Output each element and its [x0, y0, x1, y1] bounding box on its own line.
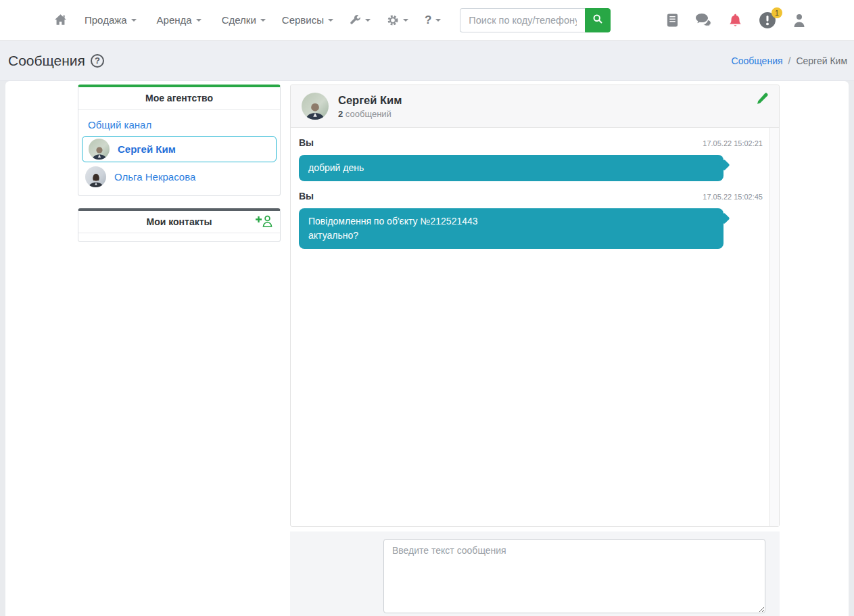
user-icon[interactable] — [793, 14, 805, 27]
alert-icon[interactable]: 1 — [759, 11, 776, 29]
help-icon: ? — [425, 14, 431, 27]
breadcrumb-separator: / — [788, 55, 791, 66]
message-text-prefix: Повідомлення по об'єкту — [308, 216, 420, 227]
menu-deals[interactable]: Сделки — [222, 14, 266, 26]
help-circle-icon[interactable]: ? — [91, 54, 104, 68]
content-panel: Мое агентство Общий канал Сергей Ким Оль… — [5, 81, 849, 616]
contacts-panel-body — [78, 233, 280, 241]
breadcrumb: Сообщения / Сергей Ким — [732, 55, 847, 66]
message-meta: Вы 17.05.22 15:02:21 — [299, 137, 763, 148]
chevron-down-icon — [365, 19, 371, 22]
home-icon[interactable] — [54, 14, 67, 26]
message-text: Повідомлення по об'єкту №212521443 — [308, 214, 714, 229]
sidebar-item-sergey-kim[interactable]: Сергей Ким — [82, 136, 277, 162]
menu-rent-label: Аренда — [157, 14, 192, 26]
search-group — [460, 8, 611, 32]
journal-icon[interactable] — [667, 14, 678, 27]
chevron-down-icon — [435, 19, 441, 22]
sidebar-item-label: Сергей Ким — [118, 143, 176, 155]
sidebar-item-general-channel[interactable]: Общий канал — [78, 114, 280, 135]
contacts-panel: Мои контакты — [78, 208, 281, 242]
message-input[interactable] — [383, 539, 765, 613]
navbar-right-icons: 1 — [667, 11, 805, 29]
chevron-down-icon — [328, 19, 333, 22]
search-icon — [592, 14, 603, 26]
message: Вы 17.05.22 15:02:21 добрий день — [299, 137, 763, 181]
chats-icon[interactable] — [695, 13, 712, 27]
menu-rent[interactable]: Аренда — [157, 14, 201, 26]
message-timestamp: 17.05.22 15:02:21 — [703, 139, 763, 147]
page-title-text: Сообщения — [8, 53, 85, 69]
search-button[interactable] — [585, 8, 611, 32]
contacts-panel-header: Мои контакты — [78, 211, 280, 233]
chat-scrollbar[interactable] — [770, 128, 779, 526]
composer-area — [290, 531, 780, 616]
message-bubble: добрий день — [299, 155, 723, 181]
chevron-down-icon — [260, 19, 266, 22]
menu-sales-label: Продажа — [85, 14, 127, 26]
agency-panel-title: Мое агентство — [78, 87, 280, 110]
breadcrumb-messages-link[interactable]: Сообщения — [732, 55, 783, 66]
contacts-panel-title: Мои контакты — [146, 216, 212, 227]
menu-help[interactable]: ? — [425, 14, 441, 27]
menu-deals-label: Сделки — [222, 14, 256, 26]
menu-sales[interactable]: Продажа — [85, 14, 137, 26]
pencil-icon[interactable] — [755, 93, 768, 108]
message-text: добрий день — [308, 161, 714, 175]
breadcrumb-current: Сергей Ким — [796, 55, 847, 66]
chat-header-info: Сергей Ким 2 сообщений — [338, 94, 402, 119]
menu-tools[interactable] — [350, 14, 371, 26]
top-navbar: Продажа Аренда Сделки Сервисы ? — [0, 0, 854, 41]
chevron-down-icon — [403, 19, 408, 22]
chat-panel: Сергей Ким 2 сообщений Вы 17.05.22 15:02… — [290, 85, 780, 527]
object-number-link[interactable]: №212521443 — [420, 216, 477, 227]
page-header-band: Сообщения ? Сообщения / Сергей Ким — [0, 41, 854, 81]
message-meta: Вы 17.05.22 15:02:45 — [299, 191, 763, 202]
sidebar: Мое агентство Общий канал Сергей Ким Оль… — [78, 85, 281, 616]
chat-avatar — [302, 93, 329, 120]
message-author: Вы — [299, 191, 314, 202]
chat-body: Вы 17.05.22 15:02:21 добрий день Вы 17.0… — [291, 128, 779, 526]
chat-column: Сергей Ким 2 сообщений Вы 17.05.22 15:02… — [290, 85, 780, 616]
chevron-down-icon — [131, 19, 137, 22]
chat-message-count-suffix: сообщений — [343, 109, 392, 119]
chat-contact-name: Сергей Ким — [338, 94, 402, 107]
bell-icon[interactable] — [729, 13, 742, 28]
page-title: Сообщения ? — [8, 53, 104, 69]
chat-header: Сергей Ким 2 сообщений — [291, 85, 779, 128]
sidebar-item-label: Ольга Некрасова — [114, 171, 195, 183]
agency-panel-body: Общий канал Сергей Ким Ольга Некрасова — [78, 110, 280, 195]
agency-panel: Мое агентство Общий канал Сергей Ким Оль… — [78, 85, 281, 196]
sidebar-item-olga-nekrasova[interactable]: Ольга Некрасова — [78, 164, 280, 190]
gear-icon — [387, 14, 399, 26]
chevron-down-icon — [196, 19, 201, 22]
message-bubble: Повідомлення по об'єкту №212521443 актуа… — [299, 208, 723, 249]
wrench-icon — [350, 14, 361, 26]
avatar — [85, 166, 106, 187]
add-contact-icon[interactable] — [256, 215, 273, 227]
menu-services-label: Сервисы — [282, 14, 324, 26]
menu-services[interactable]: Сервисы — [282, 14, 333, 26]
message-text-line2: актуально? — [308, 229, 714, 243]
search-input[interactable] — [460, 8, 585, 32]
message-timestamp: 17.05.22 15:02:45 — [703, 193, 763, 201]
message: Вы 17.05.22 15:02:45 Повідомлення по об'… — [299, 191, 763, 249]
message-list: Вы 17.05.22 15:02:21 добрий день Вы 17.0… — [291, 128, 770, 526]
message-author: Вы — [299, 137, 314, 148]
menu-settings[interactable] — [387, 14, 408, 26]
chat-message-count: 2 сообщений — [338, 109, 402, 119]
avatar — [89, 139, 110, 160]
notification-count-badge: 1 — [772, 7, 782, 18]
